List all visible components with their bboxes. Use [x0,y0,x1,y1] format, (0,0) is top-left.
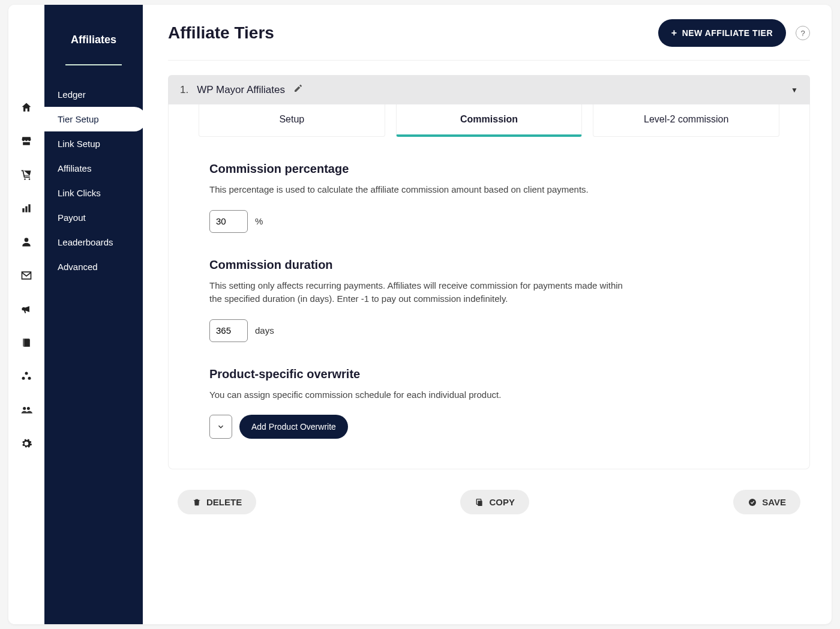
section-description: You can assign specific commission sched… [209,388,629,402]
delete-label: DELETE [206,497,242,507]
sidebar: Affiliates LedgerTier SetupLink SetupAff… [44,5,143,624]
trash-icon [192,498,202,507]
svg-point-1 [29,178,31,180]
help-button[interactable]: ? [796,26,810,40]
delete-button[interactable]: DELETE [178,490,256,514]
plus-icon: + [671,28,677,38]
sidebar-item-payout[interactable]: Payout [44,205,143,230]
sidebar-item-affiliates[interactable]: Affiliates [44,156,143,181]
tab-level-2-commission[interactable]: Level-2 commission [593,104,779,137]
sidebar-item-ledger[interactable]: Ledger [44,82,143,107]
home-icon[interactable] [20,101,33,114]
megaphone-icon[interactable] [20,302,33,316]
store-icon[interactable] [20,134,33,148]
copy-label: COPY [489,497,515,507]
main-content: Affiliate Tiers + NEW AFFILIATE TIER ? 1… [143,5,832,624]
edit-icon[interactable] [293,83,303,96]
new-affiliate-tier-button[interactable]: + NEW AFFILIATE TIER [658,19,786,47]
svg-point-5 [25,238,29,242]
overwrite-expand-button[interactable] [209,415,232,439]
tier-accordion-header[interactable]: 1. WP Mayor Affiliates ▼ [168,75,810,104]
svg-point-7 [25,372,28,375]
commission-percentage-section: Commission percentage This percentage is… [190,162,788,233]
copy-icon [475,498,484,507]
footer-actions: DELETE COPY SAVE [168,490,810,514]
user-icon[interactable] [20,235,33,248]
commission-percentage-input[interactable] [209,210,248,233]
tab-commission[interactable]: Commission [396,104,583,137]
commission-duration-section: Commission duration This setting only af… [190,258,788,342]
tier-index: 1. [180,84,188,96]
chart-icon[interactable] [20,202,33,215]
sidebar-item-link-setup[interactable]: Link Setup [44,131,143,156]
tier-panel: SetupCommissionLevel-2 commission Commis… [168,104,810,469]
check-circle-icon [748,498,757,507]
add-product-overwrite-button[interactable]: Add Product Overwrite [239,415,348,439]
copy-button[interactable]: COPY [460,490,529,514]
product-overwrite-section: Product-specific overwrite You can assig… [190,367,788,439]
svg-rect-4 [28,204,30,212]
nodes-icon[interactable] [20,370,33,383]
sidebar-item-link-clicks[interactable]: Link Clicks [44,181,143,205]
svg-point-10 [23,407,26,410]
svg-point-11 [27,407,30,410]
section-description: This percentage is used to calculate the… [209,183,629,197]
sidebar-divider [65,64,122,65]
mail-icon[interactable] [20,269,33,282]
svg-point-14 [749,499,756,506]
icon-rail [8,5,44,624]
book-icon[interactable] [20,336,33,349]
commission-duration-input[interactable] [209,319,248,342]
page-title: Affiliate Tiers [168,23,274,43]
svg-rect-3 [25,206,27,212]
percent-unit: % [255,216,263,226]
tabs: SetupCommissionLevel-2 commission [190,104,788,137]
new-button-label: NEW AFFILIATE TIER [682,28,773,38]
section-heading: Commission percentage [209,162,769,176]
sidebar-item-leaderboards[interactable]: Leaderboards [44,230,143,254]
svg-point-9 [28,377,31,380]
cart-icon[interactable] [20,168,33,181]
group-icon[interactable] [20,403,33,417]
svg-point-0 [24,178,26,180]
save-label: SAVE [762,497,786,507]
chevron-down-icon [217,423,225,431]
sidebar-item-tier-setup[interactable]: Tier Setup [44,107,146,131]
days-unit: days [255,325,274,336]
sidebar-title: Affiliates [44,34,143,52]
svg-rect-12 [478,501,482,506]
gear-icon[interactable] [20,437,33,450]
svg-point-8 [22,377,25,380]
tab-setup[interactable]: Setup [199,104,385,137]
section-description: This setting only affects recurring paym… [209,279,629,306]
section-heading: Product-specific overwrite [209,367,769,381]
sidebar-item-advanced[interactable]: Advanced [44,254,143,279]
svg-rect-2 [22,208,24,212]
svg-rect-6 [23,339,25,346]
section-heading: Commission duration [209,258,769,272]
chevron-down-icon[interactable]: ▼ [791,86,798,94]
tier-name: WP Mayor Affiliates [197,84,285,96]
save-button[interactable]: SAVE [733,490,800,514]
page-header: Affiliate Tiers + NEW AFFILIATE TIER ? [168,19,810,61]
